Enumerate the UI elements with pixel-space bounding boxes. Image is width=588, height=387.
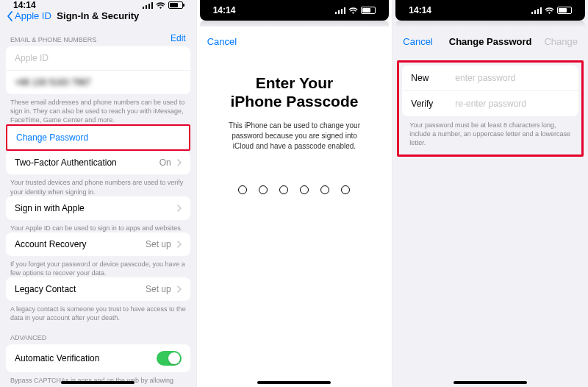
verify-password-row[interactable]: Verify re-enter password (402, 90, 578, 116)
status-time: 14:14 (409, 5, 431, 15)
svg-rect-2 (148, 4, 150, 9)
chevron-right-icon (177, 205, 182, 212)
home-indicator[interactable] (257, 381, 331, 384)
screen-change-password: 14:14 Cancel Change Password Change New … (392, 0, 588, 387)
passcode-dot (279, 185, 288, 194)
svg-rect-4 (335, 12, 337, 14)
passcode-dot (259, 185, 268, 194)
twofa-value: On (159, 157, 171, 168)
battery-icon (168, 1, 183, 9)
legacy-card: Legacy Contact Set up (6, 277, 190, 301)
svg-rect-3 (151, 2, 153, 9)
legacy-note: A legacy contact is someone you trust to… (0, 301, 196, 322)
email-note: These email addresses and phone numbers … (0, 94, 196, 124)
wifi-icon (545, 7, 554, 14)
siwa-note: Your Apple ID can be used to sign in to … (0, 220, 196, 232)
passcode-desc: This iPhone can be used to change your p… (197, 121, 392, 152)
autoverify-toggle[interactable] (157, 351, 182, 366)
chevron-left-icon (7, 11, 13, 21)
cellular-icon (143, 1, 153, 9)
status-bar: 14:14 (395, 0, 585, 21)
recovery-value: Set up (146, 239, 171, 249)
siwa-label: Sign in with Apple (15, 203, 85, 213)
passcode-dot (341, 185, 350, 194)
svg-rect-9 (534, 10, 536, 14)
passcode-input[interactable] (197, 185, 392, 194)
screen-signin-security: 14:14 Apple ID Sign-In & Security EMAIL … (0, 0, 196, 387)
autoverify-label: Automatic Verification (15, 353, 99, 363)
svg-rect-10 (537, 9, 539, 14)
cellular-icon (335, 7, 345, 14)
recovery-row[interactable]: Account Recovery Set up (6, 232, 190, 256)
phone-number: +86 130 5163 7967 (15, 77, 91, 88)
change-password-label: Change Password (16, 132, 88, 143)
svg-rect-11 (540, 7, 542, 14)
back-button[interactable]: Apple ID (7, 10, 51, 21)
legacy-row[interactable]: Legacy Contact Set up (6, 277, 190, 301)
cancel-button[interactable]: Cancel (403, 36, 432, 47)
modal-nav: Cancel (197, 26, 392, 56)
battery-icon (557, 7, 572, 14)
apple-id-label: Apple ID (15, 53, 49, 63)
chevron-right-icon (177, 241, 182, 248)
status-time: 14:14 (213, 5, 236, 15)
status-bar: 14:14 (0, 0, 196, 10)
recovery-card: Account Recovery Set up (6, 232, 190, 256)
passcode-title: Enter Your iPhone Passcode (197, 56, 392, 121)
home-indicator[interactable] (453, 381, 527, 384)
status-bar: 14:14 (200, 0, 390, 21)
change-action[interactable]: Change (544, 36, 578, 47)
twofa-note: Your trusted devices and phone numbers a… (0, 174, 196, 196)
screen-enter-passcode: 14:14 Cancel Enter Your iPhone Passcode … (196, 0, 392, 387)
autoverify-note: Bypass CAPTCHAs in apps and on the web b… (0, 372, 196, 387)
passcode-dot (320, 185, 329, 194)
chevron-right-icon (177, 285, 182, 293)
email-card: Apple ID +86 130 5163 7967 (6, 46, 190, 94)
verify-password-label: Verify (411, 99, 455, 109)
new-password-row[interactable]: New enter password (402, 65, 578, 90)
svg-rect-8 (531, 12, 533, 14)
svg-rect-6 (341, 9, 343, 14)
section-header-advanced: ADVANCED (0, 322, 196, 344)
modal-title: Change Password (449, 36, 532, 47)
siwa-row[interactable]: Sign in with Apple (6, 196, 190, 220)
home-indicator[interactable] (61, 381, 135, 384)
legacy-value: Set up (146, 284, 171, 294)
cellular-icon (531, 7, 542, 14)
apple-id-row[interactable]: Apple ID (6, 46, 190, 70)
passcode-dot (238, 185, 247, 194)
highlight-password-form: New enter password Verify re-enter passw… (397, 60, 584, 157)
wifi-icon (156, 1, 165, 9)
svg-rect-0 (143, 7, 144, 9)
change-password-row[interactable]: Change Password (7, 126, 189, 149)
section-header-email: EMAIL & PHONE NUMBERS Edit (0, 21, 196, 46)
page-title: Sign-In & Security (57, 10, 139, 21)
status-time: 14:14 (13, 0, 36, 10)
back-label: Apple ID (15, 10, 51, 21)
nav-bar: Apple ID Sign-In & Security (0, 10, 196, 21)
verify-password-placeholder: re-enter password (455, 99, 526, 109)
legacy-label: Legacy Contact (15, 284, 76, 294)
new-password-label: New (411, 73, 455, 83)
twofa-row[interactable]: Two-Factor Authentication On (6, 151, 190, 174)
recovery-label: Account Recovery (15, 239, 86, 249)
battery-icon (361, 7, 376, 14)
autoverify-card: Automatic Verification (6, 344, 190, 372)
password-requirements: Your password must be at least 8 charact… (399, 116, 581, 153)
svg-rect-7 (344, 7, 345, 14)
edit-button[interactable]: Edit (171, 33, 186, 43)
highlight-change-password: Change Password (6, 124, 190, 151)
phone-row[interactable]: +86 130 5163 7967 (6, 70, 190, 94)
cancel-button[interactable]: Cancel (207, 36, 237, 47)
svg-rect-5 (338, 10, 340, 14)
modal-nav: Cancel Change Password Change (392, 26, 588, 56)
twofa-label: Two-Factor Authentication (15, 157, 117, 168)
recovery-note: If you forget your password or device pa… (0, 256, 196, 277)
svg-rect-1 (146, 5, 147, 9)
new-password-placeholder: enter password (455, 73, 515, 83)
wifi-icon (348, 7, 358, 14)
autoverify-row[interactable]: Automatic Verification (6, 344, 190, 372)
twofa-card: Two-Factor Authentication On (6, 151, 190, 174)
chevron-right-icon (177, 159, 182, 166)
siwa-card: Sign in with Apple (6, 196, 190, 220)
